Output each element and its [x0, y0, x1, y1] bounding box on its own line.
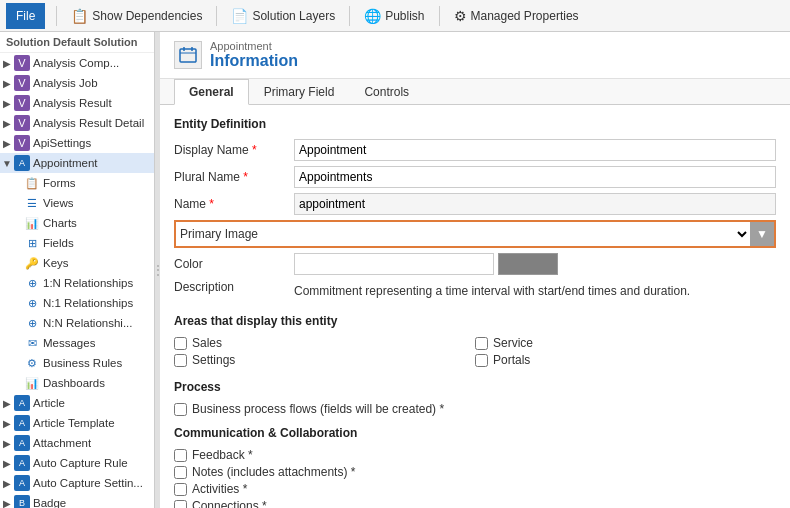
sidebar-item-attachment[interactable]: ▶ A Attachment [0, 433, 154, 453]
sidebar-item-api-settings[interactable]: ▶ V ApiSettings [0, 133, 154, 153]
feedback-checkbox[interactable] [174, 449, 187, 462]
dependencies-icon: 📋 [71, 8, 88, 24]
item-icon: A [14, 455, 30, 471]
svg-rect-0 [180, 49, 196, 62]
sidebar-item-article-template[interactable]: ▶ A Article Template [0, 413, 154, 433]
expand-icon: ▶ [0, 398, 14, 409]
content-area: Appointment Information General Primary … [160, 32, 790, 508]
plural-name-label: Plural Name * [174, 170, 294, 184]
item-icon: A [14, 435, 30, 451]
nn-icon: ⊕ [24, 315, 40, 331]
bpf-checkbox[interactable] [174, 403, 187, 416]
color-swatch[interactable] [498, 253, 558, 275]
sidebar-item-analysis-job[interactable]: ▶ V Analysis Job [0, 73, 154, 93]
sidebar-item-messages[interactable]: ✉ Messages [0, 333, 154, 353]
sidebar-item-charts[interactable]: 📊 Charts [0, 213, 154, 233]
activities-checkbox[interactable] [174, 483, 187, 496]
form-area: Entity Definition Display Name * Plural … [160, 105, 790, 508]
sidebar-item-forms[interactable]: 📋 Forms [0, 173, 154, 193]
sidebar-item-label: Attachment [33, 437, 91, 449]
fields-icon: ⊞ [24, 235, 40, 251]
sidebar-item-analysis-result[interactable]: ▶ V Analysis Result [0, 93, 154, 113]
tabs-container: General Primary Field Controls [160, 79, 790, 105]
primary-image-select[interactable] [296, 222, 750, 246]
sidebar-item-label: Article Template [33, 417, 115, 429]
color-row: Color [174, 253, 776, 275]
area-sales-checkbox[interactable] [174, 337, 187, 350]
area-service-checkbox[interactable] [475, 337, 488, 350]
area-portals-row: Portals [475, 353, 776, 367]
sidebar-item-appointment[interactable]: ▼ A Appointment [0, 153, 154, 173]
area-settings-checkbox[interactable] [174, 354, 187, 367]
sidebar-item-label: Fields [43, 237, 74, 249]
sidebar-item-label: Auto Capture Rule [33, 457, 128, 469]
area-settings-row: Settings [174, 353, 475, 367]
rel-icon: ⊕ [24, 275, 40, 291]
notes-checkbox[interactable] [174, 466, 187, 479]
toolbar: File 📋 Show Dependencies 📄 Solution Laye… [0, 0, 790, 32]
process-section: Process Business process flows (fields w… [174, 380, 776, 416]
process-title: Process [174, 380, 776, 394]
sidebar-item-label: Keys [43, 257, 69, 269]
sidebar-item-label: Analysis Comp... [33, 57, 119, 69]
sidebar-item-label: N:N Relationshi... [43, 317, 132, 329]
display-name-input[interactable] [294, 139, 776, 161]
areas-col-left: Sales Settings [174, 336, 475, 370]
expand-icon: ▶ [0, 438, 14, 449]
bpf-label: Business process flows (fields will be c… [192, 402, 444, 416]
name-input[interactable] [294, 193, 776, 215]
item-icon: V [14, 115, 30, 131]
connections-checkbox[interactable] [174, 500, 187, 509]
area-sales-row: Sales [174, 336, 475, 350]
item-icon: A [14, 415, 30, 431]
sidebar-item-keys[interactable]: 🔑 Keys [0, 253, 154, 273]
primary-image-label: Primary Image [176, 225, 296, 243]
expand-icon: ▶ [0, 478, 14, 489]
sidebar-item-n1-rel[interactable]: ⊕ N:1 Relationships [0, 293, 154, 313]
sidebar-header: Solution Default Solution [0, 32, 154, 53]
sidebar-item-article[interactable]: ▶ A Article [0, 393, 154, 413]
area-portals-checkbox[interactable] [475, 354, 488, 367]
areas-section: Areas that display this entity Sales Set… [174, 314, 776, 370]
sidebar-item-label: Messages [43, 337, 95, 349]
file-button[interactable]: File [6, 3, 45, 29]
color-input[interactable] [294, 253, 494, 275]
plural-name-input[interactable] [294, 166, 776, 188]
sidebar-item-auto-capture-sett[interactable]: ▶ A Auto Capture Settin... [0, 473, 154, 493]
sidebar-item-label: N:1 Relationships [43, 297, 133, 309]
expand-icon: ▶ [0, 418, 14, 429]
show-dependencies-button[interactable]: 📋 Show Dependencies [62, 4, 211, 28]
sidebar-item-badge[interactable]: ▶ B Badge [0, 493, 154, 508]
areas-col-right: Service Portals [475, 336, 776, 370]
item-icon: A [14, 475, 30, 491]
sidebar-item-analysis-comp[interactable]: ▶ V Analysis Comp... [0, 53, 154, 73]
display-name-label: Display Name * [174, 143, 294, 157]
tab-primary-field[interactable]: Primary Field [249, 79, 350, 105]
sidebar-item-auto-capture-rule[interactable]: ▶ A Auto Capture Rule [0, 453, 154, 473]
business-rules-icon: ⚙ [24, 355, 40, 371]
activities-row: Activities * [174, 482, 776, 496]
sidebar-item-views[interactable]: ☰ Views [0, 193, 154, 213]
sidebar-item-dashboards[interactable]: 📊 Dashboards [0, 373, 154, 393]
sidebar-item-label: Analysis Result [33, 97, 112, 109]
tab-general[interactable]: General [174, 79, 249, 105]
breadcrumb: Appointment [210, 40, 298, 52]
sidebar-item-1n-rel[interactable]: ⊕ 1:N Relationships [0, 273, 154, 293]
name-row: Name * [174, 193, 776, 215]
tab-controls[interactable]: Controls [349, 79, 424, 105]
connections-label: Connections * [192, 499, 267, 508]
managed-properties-button[interactable]: ⚙ Managed Properties [445, 4, 588, 28]
item-icon: A [14, 155, 30, 171]
solution-layers-button[interactable]: 📄 Solution Layers [222, 4, 344, 28]
page-title: Information [210, 52, 298, 70]
sidebar-item-fields[interactable]: ⊞ Fields [0, 233, 154, 253]
sidebar-item-label: Business Rules [43, 357, 122, 369]
entity-icon [174, 41, 202, 69]
sidebar-item-label: Appointment [33, 157, 98, 169]
expand-icon: ▶ [0, 98, 14, 109]
sidebar-item-business-rules[interactable]: ⚙ Business Rules [0, 353, 154, 373]
publish-button[interactable]: 🌐 Publish [355, 4, 433, 28]
expand-icon: ▶ [0, 78, 14, 89]
sidebar-item-analysis-result-detail[interactable]: ▶ V Analysis Result Detail [0, 113, 154, 133]
sidebar-item-nn-rel[interactable]: ⊕ N:N Relationshi... [0, 313, 154, 333]
